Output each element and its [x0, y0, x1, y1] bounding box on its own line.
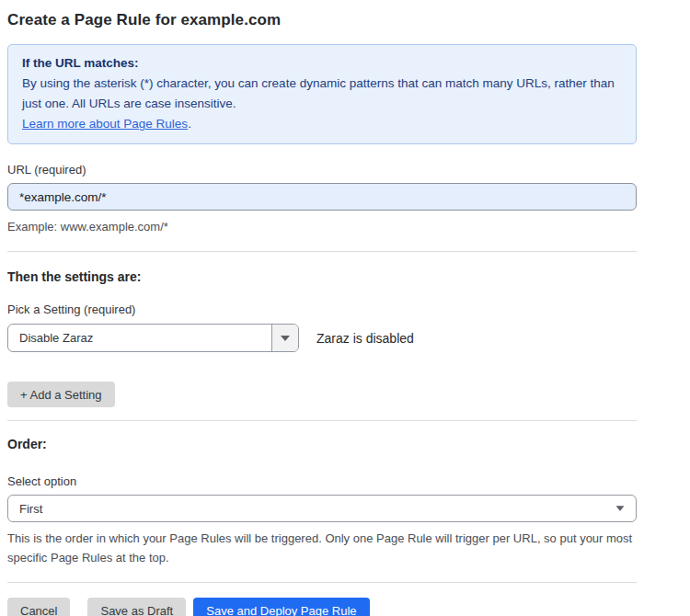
order-select-label: Select option [7, 474, 644, 488]
setting-dropdown[interactable]: Disable Zaraz [7, 324, 299, 352]
save-as-draft-button[interactable]: Save as Draft [87, 598, 186, 616]
learn-more-link[interactable]: Learn more about Page Rules [22, 117, 188, 131]
divider [7, 420, 637, 421]
chevron-down-icon [616, 506, 625, 510]
url-field-label: URL (required) [7, 163, 644, 177]
add-setting-button[interactable]: + Add a Setting [7, 382, 115, 407]
order-select-value: First [19, 502, 42, 516]
cancel-button[interactable]: Cancel [7, 598, 70, 616]
divider [7, 251, 637, 252]
info-box-heading: If the URL matches: [22, 53, 622, 74]
info-box-body: By using the asterisk (*) character, you… [22, 74, 622, 114]
footer-actions: Cancel Save as Draft Save and Deploy Pag… [7, 598, 644, 616]
pick-setting-label: Pick a Setting (required) [7, 302, 644, 316]
setting-status-text: Zaraz is disabled [316, 331, 414, 346]
info-box-link-line: Learn more about Page Rules. [22, 114, 622, 134]
save-and-deploy-button[interactable]: Save and Deploy Page Rule [193, 598, 369, 616]
divider [7, 582, 637, 583]
order-help-text: This is the order in which your Page Rul… [7, 529, 648, 567]
setting-dropdown-arrow-button[interactable] [271, 325, 298, 351]
setting-row: Disable Zaraz Zaraz is disabled [7, 324, 644, 352]
link-suffix: . [188, 117, 191, 131]
chevron-down-icon [281, 336, 290, 341]
url-input[interactable] [7, 183, 637, 211]
url-matches-info-box: If the URL matches: By using the asteris… [7, 44, 637, 144]
order-section-heading: Order: [7, 437, 644, 451]
create-page-rule-form: Create a Page Rule for example.com If th… [0, 0, 644, 616]
url-example-text: Example: www.example.com/* [7, 217, 644, 236]
order-select[interactable]: First [7, 495, 637, 522]
page-title: Create a Page Rule for example.com [7, 10, 644, 30]
setting-dropdown-value: Disable Zaraz [8, 325, 271, 351]
settings-section-heading: Then the settings are: [7, 269, 644, 284]
